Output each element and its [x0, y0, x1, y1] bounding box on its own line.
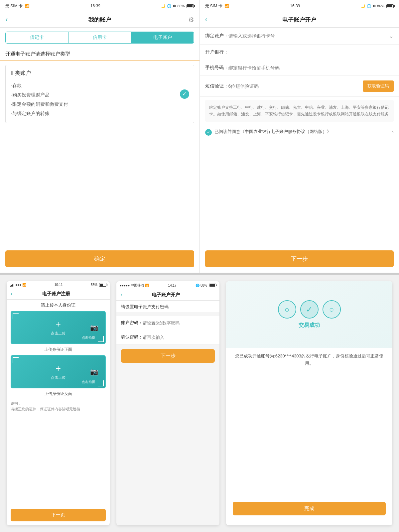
no-sim-text: 无 SIM 卡: [5, 3, 23, 9]
bind-account-label: 绑定账户：: [205, 33, 228, 39]
back-label: 上传身份证反面: [11, 391, 106, 397]
carrier-mid: 中国移动: [131, 283, 144, 288]
bind-account-row: 绑定账户： ⌄: [200, 28, 399, 45]
form-section-mid: 账户密码： 确认密码：: [116, 316, 219, 344]
next-btn-mid[interactable]: 下一步: [121, 349, 215, 363]
selected-check: ✓: [180, 89, 189, 99]
dots-carrier: ●●●●●: [120, 284, 130, 287]
upload-section: 请上传本人身份证 + 点击上传 📷 点击拍摄 上传身份证正面 + 点击上传 📷 …: [7, 300, 110, 416]
success-circles: ○ ✓ ○: [278, 300, 341, 319]
wifi-icon: 📶: [25, 4, 30, 8]
opening-bank-row: 开户银行：: [200, 45, 399, 60]
bluetooth-icon-r: ✲: [373, 4, 376, 8]
wifi-mini: 📶: [22, 283, 26, 287]
time-mid: 14:17: [168, 284, 177, 287]
camera-back-icon: 📷: [90, 368, 98, 376]
moon-icon: 🌙: [161, 4, 166, 8]
battery-mini: 55%: [91, 283, 97, 287]
back-button-right[interactable]: ‹: [205, 15, 215, 24]
password-row: 账户密码：: [116, 316, 219, 330]
time-left: 16:39: [90, 4, 100, 8]
bind-account-input[interactable]: [228, 33, 389, 39]
tab-credit[interactable]: 信用卡: [68, 32, 131, 43]
upload-front-box[interactable]: + 点击上传 📷 点击拍摄: [11, 311, 106, 344]
tab-debit[interactable]: 借记卡: [6, 32, 68, 43]
opening-bank-label: 开户银行：: [205, 49, 228, 55]
account-type-box: Ⅱ 类账户 ·存款 ·购买投资理财产品 ·限定金额的消费和缴费支付 ·与绑定账户…: [5, 65, 194, 123]
status-bar-mid: ●●●●● 中国移动 📶 14:17 🌐 88%: [116, 281, 219, 289]
earth-icon: 🌐: [167, 4, 172, 8]
account-type-title: Ⅱ 类账户: [11, 70, 189, 77]
battery-bar-right: [386, 4, 394, 8]
upload-back-box[interactable]: + 点击上传 📷 点击拍摄: [11, 355, 106, 388]
account-feature-4: ·与绑定账户的转账: [11, 109, 189, 118]
upload-back-click-label: 点击上传: [51, 375, 66, 380]
page-title-left: 我的账户: [88, 16, 111, 24]
bluetooth-icon: ✲: [173, 4, 176, 8]
carrier-mini: ●●●: [15, 283, 21, 287]
account-feature-3: ·限定金额的消费和缴费支付: [11, 99, 189, 109]
time-mini: 10:11: [55, 283, 63, 287]
confirm-password-label: 确认密码：: [121, 334, 143, 340]
back-button-left[interactable]: ‹: [5, 15, 15, 24]
battery-pct-left: 86%: [177, 4, 185, 8]
dropdown-arrow[interactable]: ⌄: [389, 32, 394, 40]
agreement-check-icon: ✓: [205, 129, 212, 136]
status-bar-mini: ●●● 📶 10:11 55%: [7, 281, 110, 288]
wifi-icon-r: 📶: [224, 4, 229, 8]
phone-number-label: 手机号码：: [205, 65, 228, 71]
battery-mid-bar: [209, 284, 216, 287]
circle-icon-check: ✓: [306, 305, 313, 314]
upload-instruction: 请上传本人身份证: [11, 302, 106, 308]
form-section: 绑定账户： ⌄ 开户银行： 手机号码： 短信验证： 获取验证码: [200, 28, 399, 97]
battery-pct-right: 86%: [377, 4, 384, 8]
agreement-arrow[interactable]: ›: [392, 129, 394, 135]
circle-check: ✓: [300, 300, 319, 319]
battery-mid: 88%: [200, 284, 207, 287]
phone-number-row: 手机号码：: [200, 60, 399, 76]
sms-code-label: 短信验证：: [205, 83, 228, 89]
notice-text: 说明： 请摆正您的证件，保证证件内容清晰无遮挡: [11, 399, 106, 413]
next-btn-mini[interactable]: 下一页: [11, 509, 106, 521]
time-right: 16:39: [290, 4, 300, 8]
phone-number-input[interactable]: [228, 65, 394, 70]
get-sms-button[interactable]: 获取验证码: [363, 80, 394, 92]
setup-label: 请设置电子账户支付密码: [116, 301, 219, 312]
success-title: 交易成功: [299, 322, 320, 329]
circle-icon-1: ○: [285, 305, 290, 314]
sms-code-input[interactable]: [228, 83, 363, 89]
confirm-button[interactable]: 确定: [5, 250, 194, 267]
upload-front-click-label: 点击上传: [51, 331, 66, 336]
info-text-box: 绑定账户支持工行、中行、建行、交行、邮储、光大、中信、兴业、浦发、上海、平安等多…: [205, 100, 394, 122]
next-button-right[interactable]: 下一步: [205, 250, 394, 267]
success-desc: 您已成功开通账号为:6230****4303的农行电子账户，身份核验通过后可正常…: [226, 348, 392, 372]
page-title-mid: 电子账户开户: [122, 292, 209, 298]
nav-bar-right: ‹ 电子账户开户: [200, 12, 399, 28]
success-panel: ○ ✓ ○ 交易成功 您已成功开通账号为:6230****4303的农行电子账户…: [226, 281, 392, 525]
status-bar-left: 无 SIM 卡 📶 16:39 🌙 🌐 ✲ 86%: [0, 0, 200, 12]
password-input[interactable]: [143, 321, 215, 326]
phone-mid: ●●●●● 中国移动 📶 14:17 🌐 88% ‹ 电子账户开户 请设置电子账…: [116, 281, 219, 525]
done-button[interactable]: 完成: [233, 502, 386, 515]
nav-bar-mid: ‹ 电子账户开户: [116, 289, 219, 301]
settings-icon-left[interactable]: ⚙: [184, 16, 194, 24]
tab-electronic[interactable]: 电子账户: [131, 32, 194, 43]
nav-bar-mini: ‹ 电子账户注册: [7, 288, 110, 300]
wifi-mid: 📶: [145, 284, 149, 287]
photo-btn-label: 点击拍摄: [82, 335, 95, 340]
section-title-left: 开通电子账户请选择账户类型: [0, 48, 200, 61]
confirm-password-row: 确认密码：: [116, 330, 219, 344]
confirm-password-input[interactable]: [143, 335, 215, 340]
no-sim-text-r: 无 SIM 卡: [205, 3, 222, 9]
moon-icon-r: 🌙: [361, 4, 365, 8]
upload-front-inner: + 点击上传: [51, 320, 66, 336]
upload-back-inner: + 点击上传: [51, 364, 66, 380]
agreement-row[interactable]: ✓ 已阅读并同意《中国农业银行电子账户服务协议（网络版）》 ›: [200, 125, 399, 139]
camera-front-icon: 📷: [90, 324, 98, 332]
password-label: 账户密码：: [121, 320, 143, 326]
upload-plus-icon: +: [56, 320, 61, 329]
earth-icon-r: 🌐: [367, 4, 371, 8]
circle-icon-2: ○: [329, 305, 334, 314]
nav-bar-left: ‹ 我的账户 ⚙: [0, 12, 200, 28]
sms-code-row: 短信验证： 获取验证码: [200, 76, 399, 97]
